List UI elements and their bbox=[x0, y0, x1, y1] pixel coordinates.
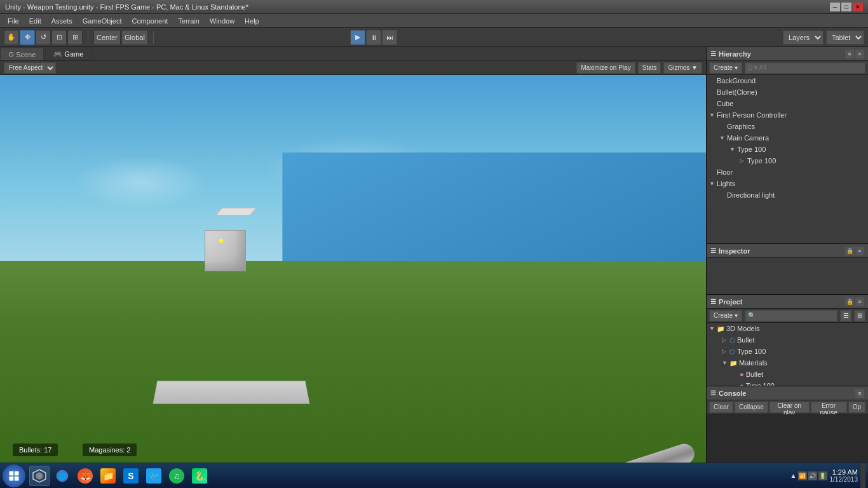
taskbar-right: ▲ 📶 🔊 🔋 1:29 AM 1/12/2013 bbox=[790, 463, 865, 489]
hierarchy-item-type100-l3[interactable]: ▷ Type 100 bbox=[707, 155, 868, 166]
project-menu-button[interactable]: ≡ bbox=[855, 297, 864, 306]
cube-object bbox=[205, 230, 246, 271]
project-item-bullet-mesh[interactable]: ▷ ⬡ Bullet bbox=[707, 334, 868, 346]
hierarchy-item-background[interactable]: BackGround bbox=[707, 75, 868, 86]
project-item-materials-sub[interactable]: ▼ 📁 Materials bbox=[707, 357, 868, 369]
inspector-menu-button[interactable]: ≡ bbox=[855, 247, 864, 255]
menu-gameobject[interactable]: GameObject bbox=[78, 16, 127, 26]
close-button[interactable]: ✕ bbox=[853, 3, 863, 11]
show-desktop-button[interactable] bbox=[860, 463, 865, 489]
console-menu-button[interactable]: ≡ bbox=[855, 389, 864, 398]
error-pause-button[interactable]: Error pause bbox=[811, 402, 847, 413]
time-display: 1:29 AM bbox=[830, 468, 858, 476]
hierarchy-item-cube[interactable]: Cube bbox=[707, 98, 868, 109]
menu-help[interactable]: Help bbox=[240, 16, 264, 26]
scene-tab-label: Scene bbox=[16, 51, 36, 58]
maximize-on-play-button[interactable]: Maximize on Play bbox=[576, 62, 635, 74]
project-item-type100-mat[interactable]: ● Type 100 bbox=[707, 380, 868, 386]
gizmos-button[interactable]: Gizmos ▼ bbox=[663, 62, 702, 74]
menu-terrain[interactable]: Terrain bbox=[173, 16, 205, 26]
game-viewport[interactable]: Bullets: 17 Magasines: 2 bbox=[0, 75, 706, 463]
aspect-ratio-dropdown[interactable]: Free Aspect bbox=[4, 62, 56, 74]
center-button[interactable]: Center bbox=[93, 30, 121, 45]
playmode-controls: ▶ ⏸ ⏭ bbox=[350, 30, 397, 45]
menu-assets[interactable]: Assets bbox=[46, 16, 78, 26]
titlebar: Unity - Weapon Testing.unity - First FPS… bbox=[0, 0, 868, 14]
app-icon-2[interactable]: 🌐 bbox=[52, 466, 72, 486]
start-button[interactable] bbox=[3, 464, 25, 487]
svg-rect-1 bbox=[15, 471, 19, 475]
menu-edit[interactable]: Edit bbox=[24, 16, 46, 26]
hierarchy-create-button[interactable]: Create ▾ bbox=[709, 62, 742, 74]
minimize-button[interactable]: ─ bbox=[830, 3, 840, 11]
stats-button[interactable]: Stats bbox=[638, 62, 661, 74]
hierarchy-lock-button[interactable]: × bbox=[855, 50, 864, 58]
scale-tool-button[interactable]: ⊡ bbox=[51, 30, 67, 45]
windows-logo-icon bbox=[8, 470, 20, 482]
project-filter-button[interactable]: ☰ bbox=[840, 310, 851, 322]
window-title: Unity - Weapon Testing.unity - First FPS… bbox=[5, 3, 248, 11]
menu-component[interactable]: Component bbox=[126, 16, 173, 26]
unity-taskbar-icon[interactable] bbox=[29, 466, 50, 486]
taskbar: 🌐 🦊 📁 S 🐦 ♫ 🐍 ▲ 📶 🔊 🔋 1:29 AM 1/12/2013 bbox=[0, 463, 868, 488]
folder-icon-mats: 📁 bbox=[729, 360, 737, 367]
project-toolbar: Create ▾ ☰ ⊞ bbox=[707, 309, 868, 323]
menu-file[interactable]: File bbox=[3, 16, 24, 26]
app-icon-3[interactable]: 🦊 bbox=[75, 466, 95, 486]
open-button[interactable]: Op bbox=[848, 402, 865, 413]
game-tab[interactable]: 🎮 Game bbox=[45, 48, 92, 60]
hierarchy-item-lights[interactable]: ▼ Lights bbox=[707, 178, 868, 189]
hierarchy-item-type100-l2[interactable]: ▼ Type 100 bbox=[707, 144, 868, 155]
hierarchy-item-graphics[interactable]: Graphics bbox=[707, 121, 868, 132]
app-icon-4[interactable]: 📁 bbox=[98, 466, 118, 486]
app-icon-8[interactable]: 🐍 bbox=[189, 466, 210, 486]
clear-button[interactable]: Clear bbox=[709, 402, 733, 413]
move-tool-button[interactable]: ✥ bbox=[20, 30, 35, 45]
project-search-input[interactable] bbox=[745, 310, 837, 322]
collapse-button[interactable]: Collapse bbox=[735, 402, 768, 413]
project-item-type100-mesh[interactable]: ▷ ⬡ Type 100 bbox=[707, 346, 868, 357]
console-controls: ≡ bbox=[855, 389, 864, 398]
hierarchy-search-input[interactable] bbox=[745, 62, 865, 74]
app-icon-7[interactable]: ♫ bbox=[166, 466, 187, 486]
transform-tools: ✋ ✥ ↺ ⊡ ⊞ bbox=[4, 30, 83, 45]
project-create-button[interactable]: Create ▾ bbox=[709, 310, 742, 322]
maximize-button[interactable]: □ bbox=[841, 3, 851, 11]
console-icon: ☰ bbox=[710, 390, 716, 396]
hierarchy-menu-button[interactable]: ≡ bbox=[845, 50, 854, 58]
play-button[interactable]: ▶ bbox=[350, 30, 365, 45]
project-title: Project bbox=[719, 298, 742, 306]
hierarchy-item-directional-light[interactable]: Directional light bbox=[707, 189, 868, 201]
app-icon-6[interactable]: 🐦 bbox=[144, 466, 164, 486]
pause-button[interactable]: ⏸ bbox=[366, 30, 381, 45]
hierarchy-item-main-camera[interactable]: ▼ Main Camera bbox=[707, 132, 868, 144]
toolbar-separator-1 bbox=[88, 31, 88, 44]
tray-arrow[interactable]: ▲ bbox=[790, 472, 797, 479]
project-view-button[interactable]: ⊞ bbox=[854, 310, 865, 322]
firefox-icon: 🦊 bbox=[78, 468, 93, 484]
window-controls: ─ □ ✕ bbox=[830, 3, 863, 11]
layers-dropdown[interactable]: Layers bbox=[783, 30, 824, 44]
rect-tool-button[interactable]: ⊞ bbox=[67, 30, 83, 45]
mat-circle-icon-2: ● bbox=[740, 382, 744, 386]
floor-platform bbox=[153, 381, 310, 403]
project-lock-button[interactable]: 🔒 bbox=[845, 297, 854, 306]
game-tab-label: Game bbox=[64, 50, 83, 58]
project-item-bullet-mat[interactable]: ● Bullet bbox=[707, 369, 868, 380]
hierarchy-item-floor[interactable]: Floor bbox=[707, 166, 868, 178]
layout-dropdown[interactable]: Tablet bbox=[826, 30, 864, 44]
console-output bbox=[707, 414, 868, 463]
app-icon-5[interactable]: S bbox=[121, 466, 141, 486]
global-button[interactable]: Global bbox=[121, 30, 148, 45]
global-label: Global bbox=[125, 34, 145, 41]
step-button[interactable]: ⏭ bbox=[382, 30, 397, 45]
rotate-tool-button[interactable]: ↺ bbox=[36, 30, 51, 45]
project-item-3dmodels[interactable]: ▼ 📁 3D Models bbox=[707, 323, 868, 334]
inspector-lock-button[interactable]: 🔒 bbox=[845, 247, 854, 255]
hand-tool-button[interactable]: ✋ bbox=[4, 30, 19, 45]
clear-on-play-button[interactable]: Clear on play bbox=[770, 402, 810, 413]
hierarchy-item-fpc[interactable]: ▼ First Person Controller bbox=[707, 109, 868, 121]
hierarchy-item-bullet-clone[interactable]: Bullet(Clone) bbox=[707, 86, 868, 98]
menu-window[interactable]: Window bbox=[205, 16, 240, 26]
scene-tab[interactable]: ⊙ Scene bbox=[0, 48, 44, 60]
